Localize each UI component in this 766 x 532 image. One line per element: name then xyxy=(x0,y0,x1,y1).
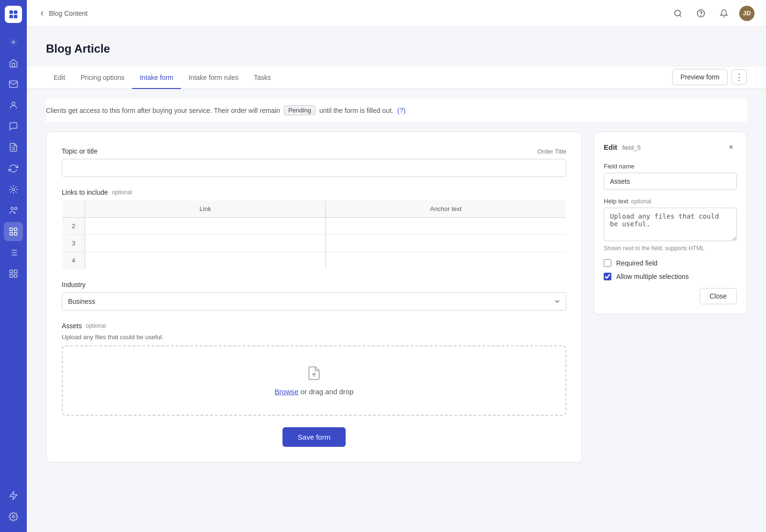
sidebar-item-integrations[interactable] xyxy=(4,180,23,199)
row-num-4: 4 xyxy=(62,252,85,269)
topic-input[interactable] xyxy=(62,159,566,177)
sidebar-item-orders[interactable] xyxy=(4,222,23,241)
user-avatar[interactable]: JD xyxy=(739,6,755,21)
edit-panel: Edit field_5 × Field name Help text opti… xyxy=(594,132,747,314)
svg-marker-17 xyxy=(10,492,17,500)
tabs-bar: Edit Pricing options Intake form Intake … xyxy=(27,67,766,89)
sidebar-item-inbox[interactable] xyxy=(4,75,23,94)
links-optional: optional xyxy=(112,189,132,196)
pending-badge: Pending xyxy=(284,105,315,115)
app-logo[interactable] xyxy=(5,6,22,23)
back-label: Blog Content xyxy=(49,10,88,17)
tab-tasks[interactable]: Tasks xyxy=(246,67,279,89)
page-title: Blog Article xyxy=(46,42,747,55)
col-anchor: Anchor text xyxy=(326,200,566,218)
help-text-hint: Shown next to the field, supports HTML xyxy=(604,245,737,252)
help-text-field: Help text optional Upload any files that… xyxy=(604,198,737,252)
page-content: Blog Article Edit Pricing options Intake… xyxy=(27,27,766,532)
row-num-2: 2 xyxy=(62,218,85,235)
tab-intake-form-rules[interactable]: Intake form rules xyxy=(181,67,246,89)
help-text-textarea[interactable]: Upload any files that could be useful. xyxy=(604,208,737,241)
col-link: Link xyxy=(85,200,326,218)
assets-optional: optional xyxy=(86,322,106,329)
svg-rect-12 xyxy=(14,233,17,235)
back-link[interactable]: Blog Content xyxy=(38,10,88,17)
svg-point-5 xyxy=(12,102,15,105)
sidebar-item-refresh[interactable] xyxy=(4,159,23,178)
more-options-button[interactable]: ⋮ xyxy=(732,69,747,85)
col-num xyxy=(62,200,85,218)
row-anchor-3[interactable] xyxy=(326,235,566,252)
topbar-icons: JD xyxy=(670,6,755,21)
edit-close-button[interactable]: Close xyxy=(699,288,737,304)
form-card: Topic or title Order Title Links to incl… xyxy=(46,132,582,463)
industry-select[interactable]: Business Technology Finance Healthcare E… xyxy=(62,292,566,310)
row-anchor-2[interactable] xyxy=(326,218,566,235)
browse-link[interactable]: Browse xyxy=(274,388,298,396)
svg-rect-2 xyxy=(10,15,13,18)
svg-point-18 xyxy=(12,516,15,518)
sidebar-item-home[interactable] xyxy=(4,54,23,73)
assets-label: Assets optional xyxy=(62,322,566,330)
svg-rect-15 xyxy=(10,275,13,277)
topic-field: Topic or title Order Title xyxy=(62,147,566,177)
notice-help-link[interactable]: (?) xyxy=(397,107,406,114)
industry-field: Industry Business Technology Finance Hea… xyxy=(62,281,566,310)
row-anchor-4[interactable] xyxy=(326,252,566,269)
sidebar-item-lightning[interactable] xyxy=(4,486,23,505)
row-link-3[interactable] xyxy=(85,235,326,252)
help-text-label: Help text optional xyxy=(604,198,737,205)
row-link-4[interactable] xyxy=(85,252,326,269)
edit-panel-header: Edit field_5 × xyxy=(604,142,737,153)
links-field: Links to include optional Link Anchor te… xyxy=(62,188,566,269)
required-field-row: Required field xyxy=(604,259,737,267)
sidebar-item-docs[interactable] xyxy=(4,138,23,157)
industry-label: Industry xyxy=(62,281,566,288)
row-num-3: 3 xyxy=(62,235,85,252)
svg-rect-13 xyxy=(10,270,13,273)
sidebar-item-settings[interactable] xyxy=(4,507,23,526)
save-form-button[interactable]: Save form xyxy=(282,427,346,447)
edit-panel-close-icon[interactable]: × xyxy=(725,142,737,153)
svg-point-4 xyxy=(12,41,15,44)
table-row: 4 xyxy=(62,252,566,269)
svg-rect-14 xyxy=(14,270,17,273)
svg-rect-16 xyxy=(14,275,17,277)
sidebar-item-chat[interactable] xyxy=(4,117,23,136)
topic-label: Topic or title Order Title xyxy=(62,147,566,155)
form-area: Topic or title Order Title Links to incl… xyxy=(46,132,747,463)
help-icon[interactable] xyxy=(693,6,709,21)
notifications-icon[interactable] xyxy=(716,6,732,21)
svg-point-7 xyxy=(11,207,13,210)
svg-rect-1 xyxy=(14,11,17,14)
required-label: Required field xyxy=(616,259,657,267)
required-checkbox[interactable] xyxy=(604,259,611,267)
field-name-field: Field name xyxy=(604,163,737,190)
links-table: Link Anchor text 2 3 xyxy=(62,200,566,269)
sidebar-item-team[interactable] xyxy=(4,201,23,220)
svg-rect-9 xyxy=(10,228,13,231)
edit-panel-footer: Close xyxy=(604,288,737,304)
field-name-input[interactable] xyxy=(604,173,737,190)
notice-text-before: Clients get access to this form after bu… xyxy=(46,107,280,114)
file-upload-area[interactable]: Browse or drag and drop xyxy=(62,345,566,416)
assets-field: Assets optional Upload any files that co… xyxy=(62,322,566,416)
allow-multiple-checkbox[interactable] xyxy=(604,273,611,280)
svg-point-19 xyxy=(675,10,680,16)
svg-rect-0 xyxy=(10,11,13,14)
sidebar-item-dashboard[interactable] xyxy=(4,33,23,52)
sidebar-item-users[interactable] xyxy=(4,96,23,115)
sidebar-item-grid[interactable] xyxy=(4,264,23,283)
search-icon[interactable] xyxy=(670,6,686,21)
tab-intake-form[interactable]: Intake form xyxy=(132,67,181,89)
tab-edit[interactable]: Edit xyxy=(46,67,73,89)
preview-form-button[interactable]: Preview form xyxy=(672,69,728,85)
sidebar-item-list[interactable] xyxy=(4,243,23,262)
allow-multiple-label: Allow multiple selections xyxy=(616,273,689,280)
sidebar xyxy=(0,0,27,532)
row-link-2[interactable] xyxy=(85,218,326,235)
order-title-label: Order Title xyxy=(537,148,566,155)
tab-pricing-options[interactable]: Pricing options xyxy=(73,67,132,89)
upload-text: Browse or drag and drop xyxy=(82,388,546,396)
svg-rect-10 xyxy=(14,228,17,231)
